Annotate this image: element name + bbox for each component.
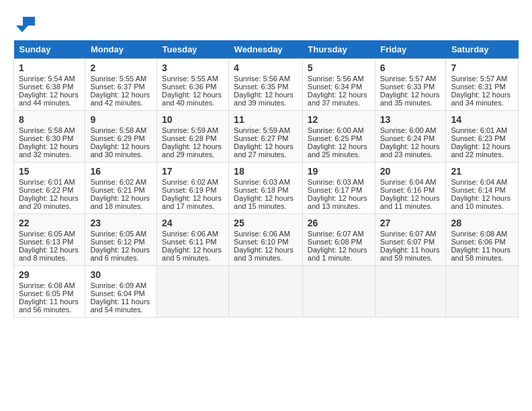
calendar-day-14: 14Sunrise: 6:01 AMSunset: 6:23 PMDayligh…	[446, 111, 519, 163]
calendar-day-19: 19Sunrise: 6:03 AMSunset: 6:17 PMDayligh…	[302, 163, 375, 214]
calendar-day-26: 26Sunrise: 6:07 AMSunset: 6:08 PMDayligh…	[302, 214, 375, 266]
empty-cell	[302, 266, 375, 318]
day-info: Daylight: 12 hours	[451, 194, 513, 202]
day-info: and 1 minute.	[308, 254, 370, 262]
day-info: and 30 minutes.	[90, 150, 152, 158]
calendar-day-25: 25Sunrise: 6:06 AMSunset: 6:10 PMDayligh…	[229, 214, 303, 266]
day-info: and 22 minutes.	[451, 150, 513, 158]
calendar-day-18: 18Sunrise: 6:03 AMSunset: 6:18 PMDayligh…	[229, 163, 303, 214]
day-info: Sunset: 6:17 PM	[308, 186, 370, 194]
day-info: and 3 minutes.	[234, 254, 298, 262]
calendar-day-1: 1Sunrise: 5:54 AMSunset: 6:38 PMDaylight…	[14, 59, 85, 111]
col-header-monday: Monday	[85, 40, 157, 59]
empty-cell	[375, 266, 446, 318]
day-info: and 15 minutes.	[234, 202, 298, 210]
day-info: Daylight: 12 hours	[162, 246, 224, 254]
day-info: and 56 minutes.	[19, 306, 80, 314]
day-number: 1	[19, 62, 80, 73]
calendar-table: SundayMondayTuesdayWednesdayThursdayFrid…	[13, 40, 519, 318]
calendar-week-4: 22Sunrise: 6:05 AMSunset: 6:13 PMDayligh…	[14, 214, 519, 266]
col-header-saturday: Saturday	[446, 40, 519, 59]
day-info: Sunset: 6:34 PM	[308, 83, 370, 91]
day-info: Sunset: 6:10 PM	[234, 238, 298, 246]
day-info: Sunrise: 6:01 AM	[451, 126, 513, 134]
calendar-day-6: 6Sunrise: 5:57 AMSunset: 6:33 PMDaylight…	[375, 59, 446, 111]
day-info: and 23 minutes.	[380, 150, 441, 158]
day-info: Daylight: 12 hours	[308, 194, 370, 202]
day-info: Sunset: 6:28 PM	[162, 134, 224, 142]
day-info: Daylight: 12 hours	[19, 246, 80, 254]
day-number: 23	[90, 218, 152, 228]
calendar-week-2: 8Sunrise: 5:58 AMSunset: 6:30 PMDaylight…	[14, 111, 519, 163]
day-info: Sunset: 6:35 PM	[234, 83, 298, 91]
calendar-day-21: 21Sunrise: 6:04 AMSunset: 6:14 PMDayligh…	[446, 163, 519, 214]
day-info: and 27 minutes.	[234, 150, 298, 158]
day-info: and 20 minutes.	[19, 202, 80, 210]
day-info: Sunset: 6:21 PM	[90, 186, 152, 194]
day-info: Sunset: 6:29 PM	[90, 134, 152, 142]
logo	[13, 13, 36, 34]
day-info: Sunrise: 5:56 AM	[234, 75, 298, 83]
day-number: 20	[380, 166, 441, 177]
calendar-day-13: 13Sunrise: 6:00 AMSunset: 6:24 PMDayligh…	[375, 111, 446, 163]
day-number: 18	[234, 166, 298, 177]
day-info: Daylight: 12 hours	[90, 142, 152, 150]
calendar-day-30: 30Sunrise: 6:09 AMSunset: 6:04 PMDayligh…	[85, 266, 157, 318]
day-info: Daylight: 12 hours	[380, 194, 441, 202]
day-info: Sunset: 6:24 PM	[380, 134, 441, 142]
day-number: 12	[308, 114, 370, 125]
day-number: 25	[234, 218, 298, 228]
empty-cell	[229, 266, 303, 318]
day-number: 8	[19, 114, 80, 125]
calendar-day-9: 9Sunrise: 5:58 AMSunset: 6:29 PMDaylight…	[85, 111, 157, 163]
day-info: and 10 minutes.	[451, 202, 513, 210]
day-info: and 44 minutes.	[19, 99, 80, 107]
calendar-day-28: 28Sunrise: 6:08 AMSunset: 6:06 PMDayligh…	[446, 214, 519, 266]
day-info: Sunset: 6:04 PM	[90, 289, 152, 298]
day-number: 16	[90, 166, 152, 177]
calendar-week-3: 15Sunrise: 6:01 AMSunset: 6:22 PMDayligh…	[14, 163, 519, 214]
day-number: 2	[90, 62, 152, 73]
day-info: Daylight: 12 hours	[234, 194, 298, 202]
day-info: Sunrise: 5:57 AM	[451, 75, 513, 83]
day-info: Sunrise: 6:04 AM	[451, 178, 513, 186]
logo-icon	[16, 13, 36, 34]
day-number: 9	[90, 114, 152, 125]
day-info: Daylight: 11 hours	[451, 246, 513, 254]
calendar-day-3: 3Sunrise: 5:55 AMSunset: 6:36 PMDaylight…	[157, 59, 229, 111]
day-info: Sunrise: 6:02 AM	[90, 178, 152, 186]
day-info: Daylight: 12 hours	[234, 91, 298, 99]
calendar-day-16: 16Sunrise: 6:02 AMSunset: 6:21 PMDayligh…	[85, 163, 157, 214]
day-info: Sunrise: 6:05 AM	[90, 230, 152, 238]
day-info: Sunrise: 5:58 AM	[19, 126, 80, 134]
calendar-day-5: 5Sunrise: 5:56 AMSunset: 6:34 PMDaylight…	[302, 59, 375, 111]
day-info: Daylight: 11 hours	[380, 246, 441, 254]
day-number: 4	[234, 62, 298, 73]
day-info: Sunset: 6:14 PM	[451, 186, 513, 194]
day-info: Sunrise: 5:54 AM	[19, 75, 80, 83]
calendar-day-10: 10Sunrise: 5:59 AMSunset: 6:28 PMDayligh…	[157, 111, 229, 163]
empty-cell	[157, 266, 229, 318]
day-number: 17	[162, 166, 224, 177]
page-header	[13, 13, 519, 34]
empty-cell	[446, 266, 519, 318]
day-info: Daylight: 12 hours	[380, 91, 441, 99]
day-number: 22	[19, 218, 80, 228]
day-info: and 59 minutes.	[380, 254, 441, 262]
day-info: Sunset: 6:11 PM	[162, 238, 224, 246]
day-number: 13	[380, 114, 441, 125]
day-info: Sunrise: 6:02 AM	[162, 178, 224, 186]
day-info: and 32 minutes.	[19, 150, 80, 158]
col-header-tuesday: Tuesday	[157, 40, 229, 59]
day-info: Sunrise: 6:05 AM	[19, 230, 80, 238]
day-info: Sunrise: 6:04 AM	[380, 178, 441, 186]
day-number: 24	[162, 218, 224, 228]
day-info: Sunrise: 6:07 AM	[380, 230, 441, 238]
day-number: 21	[451, 166, 513, 177]
calendar-week-1: 1Sunrise: 5:54 AMSunset: 6:38 PMDaylight…	[14, 59, 519, 111]
day-info: Daylight: 12 hours	[19, 142, 80, 150]
day-info: Sunset: 6:16 PM	[380, 186, 441, 194]
day-info: Daylight: 12 hours	[451, 91, 513, 99]
calendar-day-20: 20Sunrise: 6:04 AMSunset: 6:16 PMDayligh…	[375, 163, 446, 214]
day-info: Daylight: 12 hours	[308, 91, 370, 99]
